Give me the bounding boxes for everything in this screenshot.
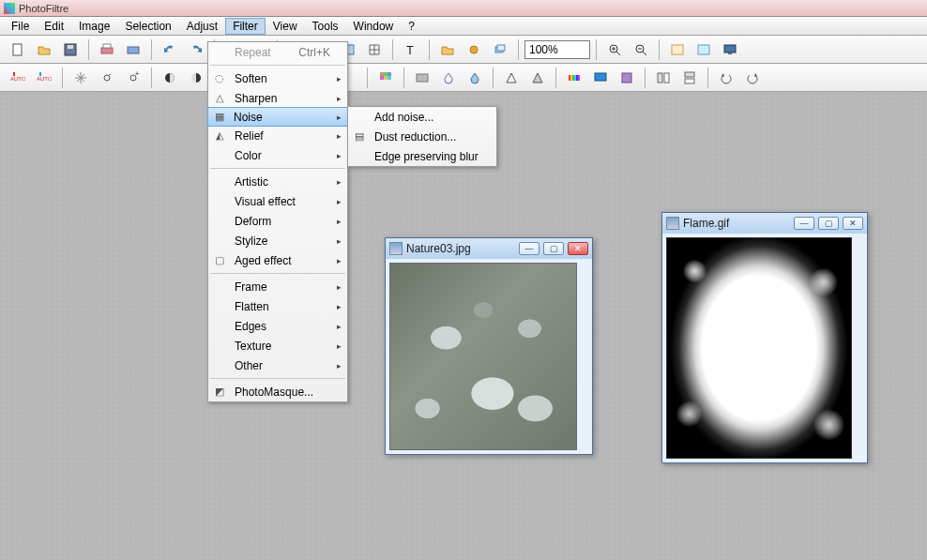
zoom-in-button[interactable] [602,38,627,62]
btn-b5[interactable] [184,66,208,90]
blur-drop-icon [441,70,456,85]
zoom-combo[interactable]: 100% [524,40,590,59]
maximize-button[interactable]: ▢ [818,217,839,230]
grey-icon [415,70,430,85]
mdi-window-nature[interactable]: Nature03.jpg — ▢ ✕ [385,237,593,455]
close-button[interactable]: ✕ [843,217,863,230]
mdi-title-nature: Nature03.jpg [406,242,471,255]
filter-sharpen[interactable]: △Sharpen▸ [208,88,347,108]
tool-btn-k[interactable] [691,38,716,62]
filter-texture[interactable]: Texture▸ [208,336,347,356]
save-button[interactable] [58,38,83,62]
flip-v-button[interactable] [677,66,702,90]
menu-edit[interactable]: Edit [37,18,71,35]
svg-rect-0 [13,44,22,55]
noise-add-noise[interactable]: Add noise... [348,107,496,127]
btn-b1[interactable] [68,66,93,90]
maximize-button[interactable]: ▢ [543,242,564,255]
text-button[interactable]: T [399,38,423,62]
filter-artistic[interactable]: Artistic▸ [208,172,347,191]
menu-filter[interactable]: Filter [225,18,266,35]
btn-c4[interactable] [463,66,487,90]
menu-tools[interactable]: Tools [305,18,346,35]
menu-image[interactable]: Image [71,18,117,35]
mdi-window-flame[interactable]: Flame.gif — ▢ ✕ [661,212,868,463]
auto1-button[interactable]: AUTO [6,66,30,90]
menu-selection[interactable]: Selection [117,18,178,35]
print-button[interactable] [95,38,119,62]
noise-dust-reduction[interactable]: ▤Dust reduction... [348,127,496,146]
undo-button[interactable] [158,38,182,62]
minimize-button[interactable]: — [794,217,814,230]
btn-c3[interactable] [436,66,461,90]
filter-frame[interactable]: Frame▸ [208,277,347,296]
filter-other[interactable]: Other▸ [208,356,347,375]
svg-rect-35 [380,76,384,80]
btn-b2[interactable]: - [95,66,119,90]
redo-button[interactable] [184,38,208,62]
tool-btn-j[interactable] [665,38,690,62]
filter-repeat-label: Repeat [235,46,271,59]
btn-c8[interactable] [588,66,613,90]
scan-button[interactable] [121,38,145,62]
svg-rect-3 [101,48,113,53]
filter-repeat[interactable]: Repeat Ctrl+K [208,42,347,62]
tool-btn-h[interactable] [462,38,486,62]
menu-help[interactable]: ? [401,18,422,35]
mdi-titlebar-flame[interactable]: Flame.gif — ▢ ✕ [662,213,867,234]
btn-c5[interactable] [499,66,524,90]
flip-h-button[interactable] [651,66,676,90]
filter-deform[interactable]: Deform▸ [208,211,347,231]
toolbar-adjust: AUTO AUTO - + [0,64,927,92]
btn-c1[interactable] [373,66,398,90]
minimize-button[interactable]: — [519,242,539,255]
tool-btn-f[interactable] [362,38,387,62]
filter-soften[interactable]: ◌Soften▸ [208,68,347,88]
zoom-out-button[interactable] [629,38,653,62]
menu-view[interactable]: View [266,18,305,35]
btn-b4[interactable] [158,66,182,90]
filter-visual-effect[interactable]: Visual effect▸ [208,191,347,211]
tool-btn-g[interactable] [435,38,460,62]
btn-c2[interactable] [410,66,434,90]
svg-rect-41 [572,75,574,81]
menubar: File Edit Image Selection Adjust Filter … [0,17,927,36]
droplet-icon: ◌ [212,72,227,84]
grid-icon [367,42,382,57]
svg-rect-37 [388,76,391,80]
chevron-right-icon: ▸ [337,217,342,226]
noise-edge-preserving-blur[interactable]: Edge preserving blur [348,146,496,166]
filter-color[interactable]: Color▸ [208,145,347,165]
btn-c9[interactable] [615,66,639,90]
menu-window[interactable]: Window [346,18,402,35]
filter-photomasque[interactable]: ◩PhotoMasque... [208,382,347,401]
redo-icon [189,42,204,57]
picture2-icon [696,42,711,57]
mask-icon [619,70,634,85]
mdi-titlebar-nature[interactable]: Nature03.jpg — ▢ ✕ [386,238,592,259]
rotate-l-button[interactable] [714,66,738,90]
auto2-button[interactable]: AUTO [32,66,56,90]
sharpen-tri2-icon [530,70,545,85]
btn-b3[interactable]: + [121,66,145,90]
tool-btn-i[interactable] [488,38,512,62]
rotate-r-button[interactable] [740,66,765,90]
menu-file[interactable]: File [4,18,37,35]
filter-relief[interactable]: ◭Relief▸ [208,126,347,145]
mdi-title-flame: Flame.gif [683,217,729,230]
chevron-right-icon: ▸ [337,322,342,331]
svg-rect-2 [68,45,73,49]
filter-flatten[interactable]: Flatten▸ [208,296,347,316]
filter-edges[interactable]: Edges▸ [208,316,347,336]
filter-aged-effect[interactable]: ▢Aged effect▸ [208,250,347,270]
open-file-button[interactable] [32,38,56,62]
fullscreen-button[interactable] [718,38,742,62]
filter-stylize[interactable]: Stylize▸ [208,231,347,250]
close-button[interactable]: ✕ [568,242,588,255]
menu-adjust[interactable]: Adjust [179,18,225,35]
btn-c7[interactable] [562,66,586,90]
btn-c6[interactable] [525,66,550,90]
new-file-button[interactable] [6,38,30,62]
nature-image [389,263,577,450]
filter-noise[interactable]: ▦Noise▸ [207,107,348,127]
